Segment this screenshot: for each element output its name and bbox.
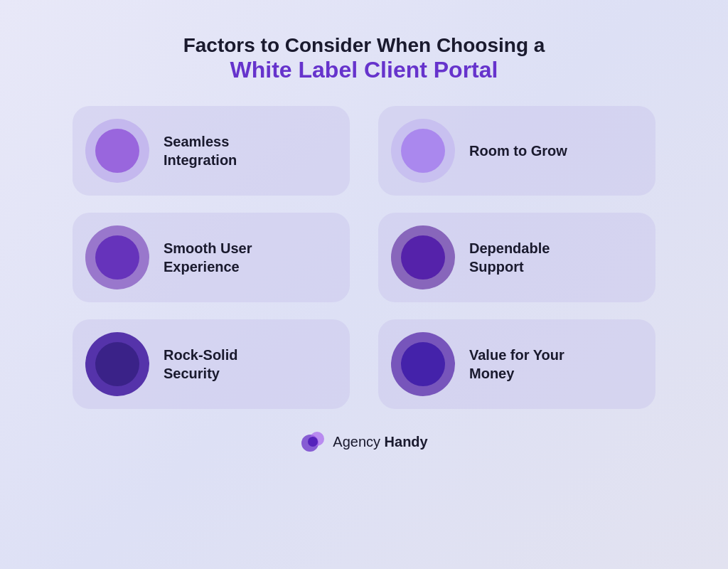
agency-handy-logo-icon [300, 429, 326, 454]
circle-icon-4 [391, 225, 455, 289]
circle-inner-3 [95, 235, 139, 280]
circle-icon-5 [85, 332, 149, 396]
brand-name-regular: Agency [333, 434, 384, 450]
card-rock-solid-security: Rock-SolidSecurity [73, 319, 350, 409]
card-seamless-integration: SeamlessIntegration [73, 106, 350, 196]
svg-point-2 [308, 437, 318, 447]
circle-inner-2 [401, 129, 445, 173]
circle-inner-5 [95, 342, 139, 386]
circle-icon-2 [391, 119, 455, 183]
brand-name: Agency Handy [333, 434, 427, 450]
card-smooth-user-experience: Smooth UserExperience [73, 213, 350, 302]
card-value-for-money: Value for YourMoney [378, 319, 655, 409]
card-label-2: Room to Grow [469, 142, 567, 160]
circle-inner-4 [401, 235, 445, 280]
page-header: Factors to Consider When Choosing a Whit… [183, 34, 545, 83]
header-line1: Factors to Consider When Choosing a [183, 34, 545, 57]
circle-inner-1 [95, 129, 139, 173]
circle-icon-1 [85, 119, 149, 183]
circle-icon-6 [391, 332, 455, 396]
card-label-3: Smooth UserExperience [164, 239, 252, 276]
cards-grid: SeamlessIntegration Room to Grow Smooth … [73, 106, 655, 409]
card-label-6: Value for YourMoney [469, 346, 564, 383]
card-dependable-support: DependableSupport [378, 213, 655, 302]
brand-name-bold: Handy [385, 434, 428, 450]
footer-brand: Agency Handy [300, 429, 427, 454]
circle-icon-3 [85, 225, 149, 289]
circle-inner-6 [401, 342, 445, 386]
header-line2: White Label Client Portal [183, 57, 545, 83]
card-label-4: DependableSupport [469, 239, 550, 276]
card-room-to-grow: Room to Grow [378, 106, 655, 196]
card-label-1: SeamlessIntegration [164, 132, 237, 169]
card-label-5: Rock-SolidSecurity [164, 346, 237, 383]
